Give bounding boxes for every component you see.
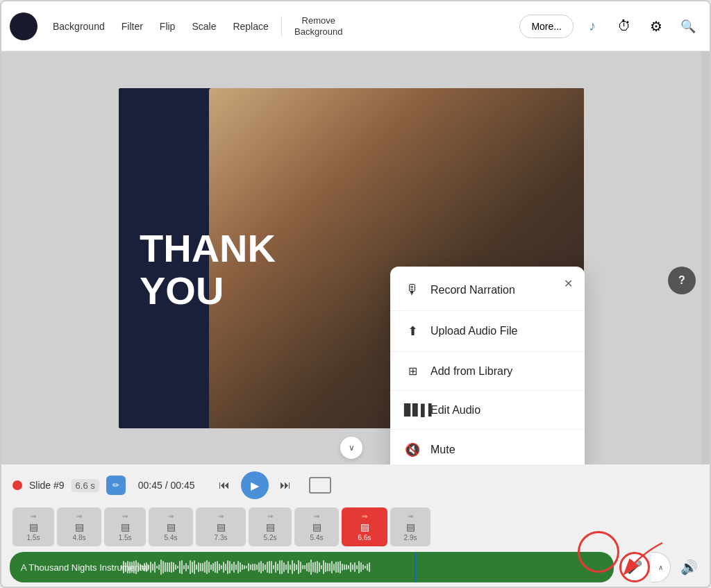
library-icon: ⊞: [404, 364, 421, 378]
more-button[interactable]: More...: [519, 15, 574, 38]
background-button[interactable]: Background: [46, 17, 112, 36]
slides-strip: ⇒ ▤ 1.5s ⇒ ▤ 4.8s ⇒ ▤ 1.5s ⇒ ▤ 5.4s ⇒ ▤: [7, 505, 704, 549]
slide-duration-label: 7.3s: [215, 534, 228, 541]
edit-audio-item[interactable]: ▊▋▌▍ Edit Audio: [390, 394, 585, 426]
help-button[interactable]: ?: [668, 267, 696, 294]
question-mark-icon: ?: [678, 274, 685, 287]
dropdown-divider-3: [390, 390, 585, 391]
slide-icon: ▤: [217, 521, 226, 532]
slide-thumb[interactable]: ⇒ ▤ 5.4s: [149, 507, 193, 546]
record-narration-item[interactable]: 🎙 Record Narration: [390, 272, 585, 308]
dropdown-divider-4: [390, 429, 585, 430]
scrollbar[interactable]: [701, 51, 710, 464]
slide-arrow-icon: ⇒: [218, 512, 224, 520]
slide-thumb[interactable]: ⇒ ▤ 4.8s: [57, 507, 101, 546]
audio-track-label: A Thousand Nights Instrumental: [21, 562, 149, 573]
slide-duration-label: 6.6s: [358, 534, 371, 541]
slide-icon: ▤: [75, 521, 84, 532]
volume-icon: 🔊: [680, 559, 698, 576]
close-dropdown-button[interactable]: ✕: [558, 274, 578, 293]
settings-button[interactable]: ⚙: [643, 13, 669, 40]
slide-duration-label: 5.4s: [310, 534, 324, 541]
slide-arrow-icon: ⇒: [122, 512, 128, 520]
slide-text-line2: YOU: [140, 269, 276, 312]
skip-back-icon: ⏮: [219, 479, 230, 492]
microphone-icon: 🎙: [404, 282, 421, 298]
slide-arrow-icon: ⇒: [267, 512, 273, 520]
audio-dropdown-menu: ✕ 🎙 Record Narration ⬆ Upload Audio File…: [390, 267, 585, 464]
mic-expand-button[interactable]: ∧: [651, 552, 671, 582]
edit-audio-label: Edit Audio: [430, 404, 480, 417]
upload-audio-item[interactable]: ⬆ Upload Audio File: [390, 314, 585, 348]
slide-arrow-icon: ⇒: [314, 512, 319, 520]
slide-duration: 6.6 s: [72, 479, 99, 492]
slide-icon: ▤: [29, 521, 38, 532]
slide-label: Slide #9: [29, 480, 65, 491]
slide-duration-label: 4.8s: [73, 534, 86, 541]
skip-back-button[interactable]: ⏮: [213, 474, 235, 496]
slide-thumb-active[interactable]: ⇒ ▤ 6.6s: [342, 507, 387, 546]
dropdown-divider-2: [390, 351, 585, 352]
toolbar: Background Filter Flip Scale Replace Rem…: [1, 1, 710, 51]
slide-arrow-icon: ⇒: [362, 512, 367, 520]
timeline-area: Slide #9 6.6 s ✏ 00:45 / 00:45 ⏮ ▶ ⏭: [1, 464, 710, 587]
toolbar-divider: [281, 16, 282, 37]
volume-button[interactable]: 🔊: [676, 555, 701, 580]
audio-track-row: A Thousand Nights Instrumental 🎤 ∧ 🔊: [7, 552, 704, 582]
slide-arrow-icon: ⇒: [408, 512, 413, 520]
content-area: ‹ THANK YOU ∨: [1, 51, 710, 464]
replace-button[interactable]: Replace: [226, 17, 275, 36]
edit-slide-button[interactable]: ✏: [106, 476, 126, 495]
slide-thumb[interactable]: ⇒ ▤ 7.3s: [196, 507, 246, 546]
bottom-panel-toggle[interactable]: ∨: [340, 437, 362, 459]
mic-button[interactable]: 🎤: [619, 552, 650, 582]
slide-duration-label: 5.2s: [264, 534, 277, 541]
slide-thumb[interactable]: ⇒ ▤ 1.5s: [104, 507, 146, 546]
slide-thumb[interactable]: ⇒ ▤ 2.9s: [390, 507, 430, 546]
close-icon: ✕: [564, 277, 573, 290]
upload-audio-label: Upload Audio File: [430, 325, 517, 337]
pencil-icon: ✏: [112, 480, 119, 490]
slide-thumb[interactable]: ⇒ ▤ 5.2s: [249, 507, 292, 546]
mic-controls: 🎤 ∧: [619, 552, 671, 582]
music-button[interactable]: ♪: [579, 13, 605, 40]
remove-background-button[interactable]: Remove Background: [287, 11, 350, 41]
transport-controls: ⏮ ▶ ⏭: [213, 471, 296, 499]
search-button[interactable]: 🔍: [675, 13, 701, 40]
slide-info-row: Slide #9 6.6 s ✏ 00:45 / 00:45 ⏮ ▶ ⏭: [7, 469, 704, 502]
slide-arrow-icon: ⇒: [168, 512, 174, 520]
microphone-icon: 🎤: [627, 560, 642, 575]
flip-button[interactable]: Flip: [153, 17, 183, 36]
add-from-library-item[interactable]: ⊞ Add from Library: [390, 355, 585, 387]
slide-arrow-icon: ⇒: [31, 512, 36, 520]
slide-thank-you-text: THANK YOU: [140, 227, 276, 312]
time-display: 00:45 / 00:45: [138, 480, 195, 491]
time-separator: /: [165, 480, 171, 491]
mute-item[interactable]: 🔇 Mute: [390, 432, 585, 464]
skip-forward-button[interactable]: ⏭: [274, 474, 296, 496]
mute-icon: 🔇: [404, 442, 421, 457]
waveform-edit-icon: ▊▋▌▍: [404, 403, 421, 417]
upload-icon: ⬆: [404, 324, 421, 339]
slide-icon: ▤: [360, 521, 369, 532]
slide-thumb[interactable]: ⇒ ▤ 5.4s: [294, 507, 339, 546]
filter-button[interactable]: Filter: [115, 17, 150, 36]
chevron-down-icon: ∨: [349, 443, 355, 453]
add-from-library-label: Add from Library: [430, 365, 512, 378]
scale-button[interactable]: Scale: [185, 17, 223, 36]
play-button[interactable]: ▶: [241, 471, 269, 499]
play-icon: ▶: [251, 479, 259, 492]
fullscreen-button[interactable]: [309, 477, 331, 494]
audio-progress-line: [415, 552, 416, 582]
mute-label: Mute: [430, 444, 455, 456]
record-dot: [12, 480, 22, 490]
slide-thumb[interactable]: ⇒ ▤ 1.5s: [12, 507, 54, 546]
app-logo[interactable]: [10, 12, 37, 40]
slide-duration-label: 1.5s: [119, 534, 132, 541]
music-icon: ♪: [589, 18, 596, 34]
timer-icon: ⏱: [617, 18, 631, 34]
timer-button[interactable]: ⏱: [611, 13, 637, 40]
slide-duration-label: 5.4s: [165, 534, 178, 541]
total-time: 00:45: [171, 480, 195, 491]
toolbar-right: More... ♪ ⏱ ⚙ 🔍: [519, 13, 701, 40]
